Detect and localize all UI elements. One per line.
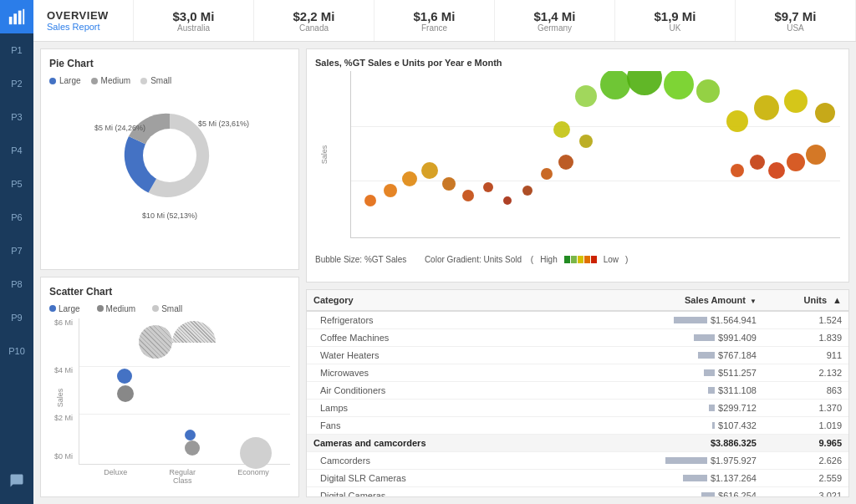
cell-name: Water Heaters (307, 347, 589, 364)
amount-value: $299.712 (718, 403, 757, 413)
cell-amount: $511.257 (589, 364, 763, 382)
cell-name: Refrigerators (307, 311, 589, 329)
amount-bar (698, 352, 715, 359)
metric-label: UK (670, 23, 681, 33)
cell-amount: $3.886.325 (589, 435, 763, 452)
bc-x-label: 2015 Jul (705, 237, 725, 238)
cell-name: Coffee Machines (307, 329, 589, 347)
grid-line-1 (79, 366, 290, 367)
bc-x-label: 2015 A... (727, 236, 747, 238)
cell-name: Microwaves (307, 364, 589, 382)
bc-x-label: 2015 S... (749, 236, 770, 238)
data-table: Category Sales Amount ▼ Units ▲ Refriger… (307, 290, 848, 496)
cell-amount: $991.409 (589, 329, 763, 347)
bubble-size-label: Bubble Size: %GT Sales (315, 255, 406, 264)
grid-line-2 (79, 414, 290, 415)
chat-button[interactable] (0, 464, 33, 497)
sidebar-page-p1[interactable]: P1 (0, 33, 33, 67)
bc-b-y6 (815, 103, 835, 123)
bc-b11 (558, 155, 573, 170)
pie-chart-title: Pie Chart (49, 58, 290, 69)
cell-amount: $299.712 (589, 400, 763, 417)
cb-4 (584, 256, 590, 263)
svg-rect-1 (13, 13, 17, 24)
sort-icon: ▼ (750, 298, 757, 305)
pie-legend: LargeMediumSmall (49, 76, 290, 85)
sidebar-page-p3[interactable]: P3 (0, 100, 33, 134)
scroll-up-btn[interactable]: ▲ (833, 295, 842, 305)
cell-name: Fans (307, 417, 589, 435)
table-row: Lamps $299.712 1.370 (307, 400, 848, 417)
table-scroll[interactable]: Category Sales Amount ▼ Units ▲ Refriger… (307, 290, 848, 496)
pie-legend-medium: Medium (91, 76, 131, 85)
cell-units: 1.019 (763, 417, 848, 435)
sidebar-page-p2[interactable]: P2 (0, 67, 33, 100)
amount-bar (701, 492, 715, 496)
data-table-card: Category Sales Amount ▼ Units ▲ Refriger… (306, 289, 849, 497)
pie-label-large: $5 Mi (24,26%) (94, 124, 145, 132)
amount-value: $1.564.941 (711, 315, 757, 325)
table-row: Digital Cameras $616.254 3.021 (307, 487, 848, 497)
scatter-plot: $6 Mi $4 Mi $2 Mi $0 Mi (79, 318, 290, 465)
scatter-bubble-6 (240, 437, 272, 469)
table-row: Camcorders $1.975.927 2.626 (307, 452, 848, 470)
sidebar-page-p7[interactable]: P7 (0, 234, 33, 267)
scatter-y4: $4 Mi (54, 366, 73, 374)
report-subtitle: Sales Report (47, 22, 120, 32)
table-row: Cameras and camcorders $3.886.325 9.965 (307, 435, 848, 452)
chat-icon (9, 473, 24, 488)
bc-b-green3 (664, 71, 694, 99)
bc-y-axis-label: Sales (320, 145, 329, 165)
scatter-bubble-2 (117, 385, 134, 402)
bc-b6 (462, 190, 474, 201)
bc-b9 (522, 186, 532, 196)
bubble-chart-area: Sales $1,5 Mi $1,0 Mi $0,5 Mi (315, 71, 840, 238)
amount-value: $311.108 (718, 385, 757, 395)
amount-value: $1.975.927 (711, 456, 757, 466)
legend-label: Medium (101, 76, 131, 85)
bc-b-green2 (627, 71, 662, 95)
sidebar-page-p10[interactable]: P10 (0, 334, 33, 368)
col-sales-amount[interactable]: Sales Amount ▼ (589, 290, 763, 311)
pie-chart-card: Pie Chart LargeMediumSmall (40, 48, 299, 270)
bc-b-r3 (768, 162, 785, 179)
pie-chart-container: $5 Mi (24,26%) $5 Mi (23,61%) $10 Mi (52… (86, 90, 253, 224)
metric-label: Canada (299, 23, 329, 33)
bc-x-label: 2015 N... (793, 236, 814, 238)
amount-bar (708, 387, 715, 394)
cell-name: Air Conditioners (307, 382, 589, 400)
cell-units: 1.839 (763, 329, 848, 347)
cell-amount: $311.108 (589, 382, 763, 400)
cell-name: Cameras and camcorders (307, 435, 589, 452)
sidebar-page-p6[interactable]: P6 (0, 201, 33, 234)
sidebar-page-p5[interactable]: P5 (0, 167, 33, 201)
bc-x-label: 2015 A... (639, 236, 659, 238)
bc-b-r4 (787, 153, 805, 171)
amount-value: $767.184 (718, 350, 757, 360)
cell-units: 9.965 (763, 435, 848, 452)
sidebar-page-p9[interactable]: P9 (0, 301, 33, 334)
table-row: Water Heaters $767.184 911 (307, 347, 848, 364)
right-panel: Sales, %GT Sales e Units por Year e Mont… (306, 48, 849, 497)
metric-usa: $9,7 MiUSA (736, 0, 856, 41)
metric-value: $1,4 Mi (533, 9, 575, 23)
cb-2 (571, 256, 577, 263)
color-gradient-bar (564, 256, 597, 263)
legend-dot (49, 78, 56, 84)
pie-label-small: $10 Mi (52,13%) (142, 211, 197, 220)
sidebar-page-p8[interactable]: P8 (0, 267, 33, 301)
cell-units: 863 (763, 382, 848, 400)
metric-france: $1,6 MiFrance (374, 0, 495, 41)
cell-name: Camcorders (307, 452, 589, 470)
scatter-bubble-7 (139, 325, 172, 359)
sidebar-page-p4[interactable]: P4 (0, 134, 33, 167)
pie-legend-small: Small (140, 76, 171, 85)
left-panel: Pie Chart LargeMediumSmall (40, 48, 299, 497)
scatter-legend: LargeMediumSmall (49, 304, 290, 313)
app-logo[interactable] (0, 0, 33, 33)
bc-x-label: 2014 S... (506, 236, 527, 238)
cell-amount: $1.564.941 (589, 311, 763, 329)
cell-units: 1.370 (763, 400, 848, 417)
metric-label: France (421, 23, 447, 33)
metric-value: $1,6 Mi (413, 9, 455, 23)
